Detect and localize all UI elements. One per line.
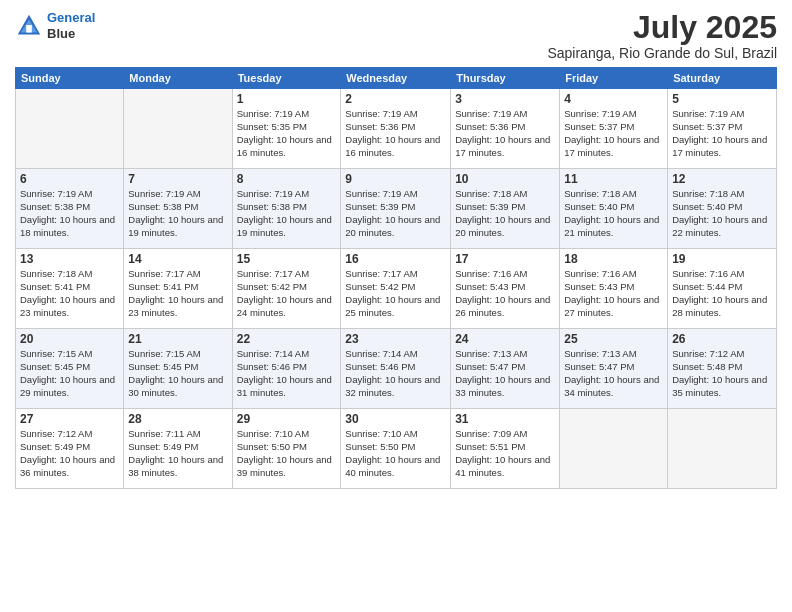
weekday-header-friday: Friday	[560, 68, 668, 89]
calendar-cell: 13Sunrise: 7:18 AMSunset: 5:41 PMDayligh…	[16, 249, 124, 329]
day-number: 2	[345, 92, 446, 106]
day-number: 7	[128, 172, 227, 186]
day-info: Sunrise: 7:19 AMSunset: 5:38 PMDaylight:…	[128, 188, 227, 239]
day-number: 19	[672, 252, 772, 266]
calendar-cell: 24Sunrise: 7:13 AMSunset: 5:47 PMDayligh…	[451, 329, 560, 409]
day-number: 20	[20, 332, 119, 346]
day-number: 15	[237, 252, 337, 266]
day-number: 23	[345, 332, 446, 346]
day-number: 11	[564, 172, 663, 186]
calendar-week-row: 20Sunrise: 7:15 AMSunset: 5:45 PMDayligh…	[16, 329, 777, 409]
day-number: 9	[345, 172, 446, 186]
day-info: Sunrise: 7:14 AMSunset: 5:46 PMDaylight:…	[237, 348, 337, 399]
calendar-cell: 12Sunrise: 7:18 AMSunset: 5:40 PMDayligh…	[668, 169, 777, 249]
calendar-cell: 11Sunrise: 7:18 AMSunset: 5:40 PMDayligh…	[560, 169, 668, 249]
main-title: July 2025	[547, 10, 777, 45]
calendar-cell: 10Sunrise: 7:18 AMSunset: 5:39 PMDayligh…	[451, 169, 560, 249]
day-info: Sunrise: 7:18 AMSunset: 5:41 PMDaylight:…	[20, 268, 119, 319]
day-number: 22	[237, 332, 337, 346]
page: General Blue July 2025 Sapiranga, Rio Gr…	[0, 0, 792, 612]
day-number: 31	[455, 412, 555, 426]
day-number: 18	[564, 252, 663, 266]
calendar-cell: 27Sunrise: 7:12 AMSunset: 5:49 PMDayligh…	[16, 409, 124, 489]
calendar-week-row: 13Sunrise: 7:18 AMSunset: 5:41 PMDayligh…	[16, 249, 777, 329]
logo-line1: General	[47, 10, 95, 25]
day-number: 29	[237, 412, 337, 426]
calendar-cell: 16Sunrise: 7:17 AMSunset: 5:42 PMDayligh…	[341, 249, 451, 329]
calendar-cell	[16, 89, 124, 169]
day-info: Sunrise: 7:12 AMSunset: 5:49 PMDaylight:…	[20, 428, 119, 479]
day-number: 12	[672, 172, 772, 186]
calendar-cell: 31Sunrise: 7:09 AMSunset: 5:51 PMDayligh…	[451, 409, 560, 489]
calendar-cell: 23Sunrise: 7:14 AMSunset: 5:46 PMDayligh…	[341, 329, 451, 409]
day-info: Sunrise: 7:17 AMSunset: 5:42 PMDaylight:…	[237, 268, 337, 319]
day-info: Sunrise: 7:19 AMSunset: 5:36 PMDaylight:…	[455, 108, 555, 159]
calendar-cell: 5Sunrise: 7:19 AMSunset: 5:37 PMDaylight…	[668, 89, 777, 169]
logo: General Blue	[15, 10, 95, 41]
day-number: 25	[564, 332, 663, 346]
svg-rect-2	[26, 25, 32, 32]
calendar-cell: 8Sunrise: 7:19 AMSunset: 5:38 PMDaylight…	[232, 169, 341, 249]
day-number: 10	[455, 172, 555, 186]
day-number: 28	[128, 412, 227, 426]
day-info: Sunrise: 7:19 AMSunset: 5:38 PMDaylight:…	[20, 188, 119, 239]
day-info: Sunrise: 7:10 AMSunset: 5:50 PMDaylight:…	[345, 428, 446, 479]
day-number: 1	[237, 92, 337, 106]
logo-icon	[15, 12, 43, 40]
day-info: Sunrise: 7:12 AMSunset: 5:48 PMDaylight:…	[672, 348, 772, 399]
day-info: Sunrise: 7:16 AMSunset: 5:43 PMDaylight:…	[564, 268, 663, 319]
weekday-header-saturday: Saturday	[668, 68, 777, 89]
calendar-cell: 7Sunrise: 7:19 AMSunset: 5:38 PMDaylight…	[124, 169, 232, 249]
calendar-cell: 14Sunrise: 7:17 AMSunset: 5:41 PMDayligh…	[124, 249, 232, 329]
calendar-cell: 28Sunrise: 7:11 AMSunset: 5:49 PMDayligh…	[124, 409, 232, 489]
header: General Blue July 2025 Sapiranga, Rio Gr…	[15, 10, 777, 61]
calendar-week-row: 27Sunrise: 7:12 AMSunset: 5:49 PMDayligh…	[16, 409, 777, 489]
day-info: Sunrise: 7:17 AMSunset: 5:42 PMDaylight:…	[345, 268, 446, 319]
day-info: Sunrise: 7:18 AMSunset: 5:40 PMDaylight:…	[672, 188, 772, 239]
calendar-cell	[560, 409, 668, 489]
day-number: 13	[20, 252, 119, 266]
calendar-cell: 18Sunrise: 7:16 AMSunset: 5:43 PMDayligh…	[560, 249, 668, 329]
calendar-cell: 30Sunrise: 7:10 AMSunset: 5:50 PMDayligh…	[341, 409, 451, 489]
day-number: 6	[20, 172, 119, 186]
day-number: 8	[237, 172, 337, 186]
day-info: Sunrise: 7:18 AMSunset: 5:40 PMDaylight:…	[564, 188, 663, 239]
day-info: Sunrise: 7:16 AMSunset: 5:44 PMDaylight:…	[672, 268, 772, 319]
day-info: Sunrise: 7:18 AMSunset: 5:39 PMDaylight:…	[455, 188, 555, 239]
logo-text: General Blue	[47, 10, 95, 41]
weekday-header-sunday: Sunday	[16, 68, 124, 89]
calendar-cell	[124, 89, 232, 169]
day-info: Sunrise: 7:19 AMSunset: 5:37 PMDaylight:…	[564, 108, 663, 159]
day-number: 26	[672, 332, 772, 346]
calendar-cell: 3Sunrise: 7:19 AMSunset: 5:36 PMDaylight…	[451, 89, 560, 169]
day-number: 14	[128, 252, 227, 266]
calendar-cell: 2Sunrise: 7:19 AMSunset: 5:36 PMDaylight…	[341, 89, 451, 169]
logo-line2: Blue	[47, 26, 95, 42]
day-info: Sunrise: 7:19 AMSunset: 5:38 PMDaylight:…	[237, 188, 337, 239]
calendar: SundayMondayTuesdayWednesdayThursdayFrid…	[15, 67, 777, 489]
subtitle: Sapiranga, Rio Grande do Sul, Brazil	[547, 45, 777, 61]
day-info: Sunrise: 7:15 AMSunset: 5:45 PMDaylight:…	[128, 348, 227, 399]
day-number: 30	[345, 412, 446, 426]
day-info: Sunrise: 7:19 AMSunset: 5:37 PMDaylight:…	[672, 108, 772, 159]
calendar-cell: 15Sunrise: 7:17 AMSunset: 5:42 PMDayligh…	[232, 249, 341, 329]
calendar-cell: 29Sunrise: 7:10 AMSunset: 5:50 PMDayligh…	[232, 409, 341, 489]
calendar-cell: 9Sunrise: 7:19 AMSunset: 5:39 PMDaylight…	[341, 169, 451, 249]
day-number: 4	[564, 92, 663, 106]
day-number: 5	[672, 92, 772, 106]
day-info: Sunrise: 7:11 AMSunset: 5:49 PMDaylight:…	[128, 428, 227, 479]
weekday-header-row: SundayMondayTuesdayWednesdayThursdayFrid…	[16, 68, 777, 89]
day-info: Sunrise: 7:16 AMSunset: 5:43 PMDaylight:…	[455, 268, 555, 319]
weekday-header-thursday: Thursday	[451, 68, 560, 89]
calendar-cell: 1Sunrise: 7:19 AMSunset: 5:35 PMDaylight…	[232, 89, 341, 169]
title-block: July 2025 Sapiranga, Rio Grande do Sul, …	[547, 10, 777, 61]
day-number: 21	[128, 332, 227, 346]
day-number: 24	[455, 332, 555, 346]
day-info: Sunrise: 7:13 AMSunset: 5:47 PMDaylight:…	[564, 348, 663, 399]
day-number: 16	[345, 252, 446, 266]
day-info: Sunrise: 7:15 AMSunset: 5:45 PMDaylight:…	[20, 348, 119, 399]
calendar-week-row: 6Sunrise: 7:19 AMSunset: 5:38 PMDaylight…	[16, 169, 777, 249]
calendar-cell: 26Sunrise: 7:12 AMSunset: 5:48 PMDayligh…	[668, 329, 777, 409]
day-info: Sunrise: 7:10 AMSunset: 5:50 PMDaylight:…	[237, 428, 337, 479]
calendar-cell: 19Sunrise: 7:16 AMSunset: 5:44 PMDayligh…	[668, 249, 777, 329]
